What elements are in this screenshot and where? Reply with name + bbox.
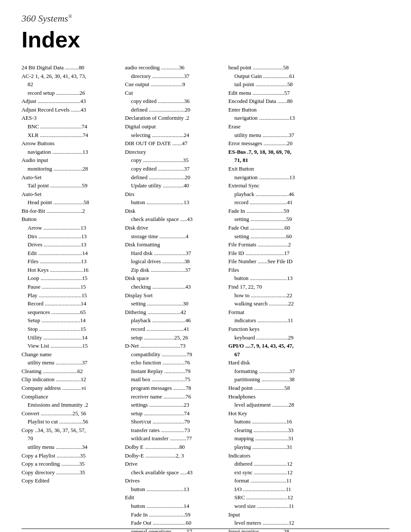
entry: Copy directory .................35 xyxy=(22,469,116,477)
entry: settings .........................23 xyxy=(125,401,220,410)
entry: Files xyxy=(228,266,389,275)
entry: buttons .........................16 xyxy=(228,418,389,426)
entry: XLR ...............................74 xyxy=(22,131,116,140)
entry: Change name xyxy=(22,351,116,359)
entry: Head point ......................58 xyxy=(22,199,116,207)
entry: Clip indication ..................12 xyxy=(22,376,116,384)
entry: Hot Keys ........................16 xyxy=(22,266,116,275)
entry: utility menu ...................34 xyxy=(22,443,116,452)
entry: Playlist to cut .................56 xyxy=(22,418,116,426)
entry: GPI/O ....7, 9, 14, 43, 45, 47, xyxy=(228,342,389,351)
index-col3: head point ......................58 Outp… xyxy=(228,64,389,532)
entry: Directory xyxy=(125,148,220,157)
entry: Head point ......................58 xyxy=(228,384,389,393)
entry: Hard disk xyxy=(228,359,389,367)
entry: check available space .....43 xyxy=(125,215,220,224)
entry: File Formats ......................2 xyxy=(228,241,389,249)
entry: Hot Key xyxy=(228,410,389,418)
entry: word size .......................11 xyxy=(228,502,389,511)
entry: 67 xyxy=(228,351,389,359)
entry: Input xyxy=(228,511,389,520)
entry: Display Sort xyxy=(125,292,220,300)
entry: AES-3 xyxy=(22,114,116,123)
entry: Cleaning .........................62 xyxy=(22,367,116,376)
entry: Compliance xyxy=(22,393,116,401)
entry: Cue output .......................9 xyxy=(125,81,220,89)
entry: Disk drive xyxy=(125,224,220,233)
entry: Disk space xyxy=(125,274,220,283)
entry: level adjustment ............28 xyxy=(228,401,389,410)
entry: 71, 81 xyxy=(228,156,389,165)
entry: record setup .................26 xyxy=(22,89,116,98)
entry: Encoded Digital Data .......80 xyxy=(228,97,389,106)
entry: receiver name ................76 xyxy=(125,393,220,401)
entry: Find 17, 22, 70 xyxy=(228,283,389,292)
company-logo: 360 Systems® xyxy=(22,13,389,24)
entry: copy edited ...................37 xyxy=(125,165,220,174)
entry: Short/cut .......................79 xyxy=(125,418,220,426)
entry: Auto-Set xyxy=(22,174,116,182)
entry: Setup ............................14 xyxy=(22,317,116,325)
entry: check available space .....43 xyxy=(125,469,220,477)
entry: Tail point .......................59 xyxy=(22,182,116,190)
entry: Adjust ...............................43 xyxy=(22,97,116,106)
entry: directory .......................37 xyxy=(125,72,220,81)
entry: Convert .......................25, 56 xyxy=(22,410,116,418)
entry: Record ..........................14 xyxy=(22,300,116,308)
entry: Format xyxy=(228,308,389,317)
entry: View List .......................15 xyxy=(22,342,116,351)
entry: utility menu ...................37 xyxy=(228,131,389,140)
entry: D-Net .............................73 xyxy=(125,342,220,351)
entry: selecting .......................24 xyxy=(125,131,220,140)
entry: Headphones xyxy=(228,393,389,401)
entry: Arrow ...........................13 xyxy=(22,224,116,233)
entry: Fade Out ........................60 xyxy=(125,519,220,528)
entry: 70 xyxy=(22,435,116,443)
entry: checking ........................43 xyxy=(125,283,220,292)
entry: head point ......................58 xyxy=(228,64,389,72)
entry: Fade In ..........................59 xyxy=(125,511,220,520)
entry: navigation ......................13 xyxy=(228,174,389,182)
entry: dithered ........................12 xyxy=(228,460,389,469)
entry: Edit menu .......................57 xyxy=(228,89,389,98)
logo-reg: ® xyxy=(68,13,72,19)
entry: Copy a Playlist .................35 xyxy=(22,452,116,460)
entry: Output Gain ...................61 xyxy=(228,72,389,81)
entry: tail point .......................58 xyxy=(228,81,389,89)
entry: Bit-for-Bit ..........................2 xyxy=(22,207,116,216)
entry: Update utility ...............40 xyxy=(125,182,220,190)
entry: Indicators xyxy=(228,452,389,460)
entry: Adjust Record Levels .......43 xyxy=(22,106,116,115)
entry: Copy Edited xyxy=(22,477,116,485)
entry: ES-Bus .7, 9, 18, 30, 69, 70, xyxy=(228,148,389,157)
entry: navigation ......................13 xyxy=(228,114,389,123)
entry: Erase xyxy=(228,123,389,131)
page-title: Index xyxy=(22,28,389,51)
entry: Arrow Buttons xyxy=(22,140,116,148)
footer: 84 • Index xyxy=(22,529,389,532)
entry: AC-2 1, 4, 26, 30, 41, 43, 73, xyxy=(22,72,116,81)
entry: setting ..........................30 xyxy=(125,300,220,308)
entry: Function keys xyxy=(228,325,389,334)
entry: Dirs xyxy=(125,190,220,199)
entry: Auto-Set xyxy=(22,190,116,199)
entry: Stop ..............................15 xyxy=(22,325,116,334)
entry: playback ........................46 xyxy=(228,190,389,199)
entry: navigation ......................13 xyxy=(22,148,116,157)
entry: Emissions and Immunity .2 xyxy=(22,401,116,410)
entry: mapping ........................31 xyxy=(228,435,389,443)
entry: partitioning ....................38 xyxy=(228,376,389,384)
entry: Instant Replay ...............79 xyxy=(125,367,220,376)
entry: copy edited ...................36 xyxy=(125,97,220,106)
entry: button ...........................14 xyxy=(125,502,220,511)
entry: mail box ........................75 xyxy=(125,376,220,384)
entry: program messages .........78 xyxy=(125,384,220,393)
entry: I/O ...............................11 xyxy=(228,485,389,494)
entry: audio recording .............36 xyxy=(125,64,220,72)
entry: keyboard .......................29 xyxy=(228,334,389,342)
entry: Files ..............................13 xyxy=(22,258,116,266)
entry: Drives xyxy=(125,477,220,485)
entry: button ...........................13 xyxy=(125,485,220,494)
entry: copy .............................35 xyxy=(125,156,220,165)
entry: File Number .......See File ID xyxy=(228,258,389,266)
